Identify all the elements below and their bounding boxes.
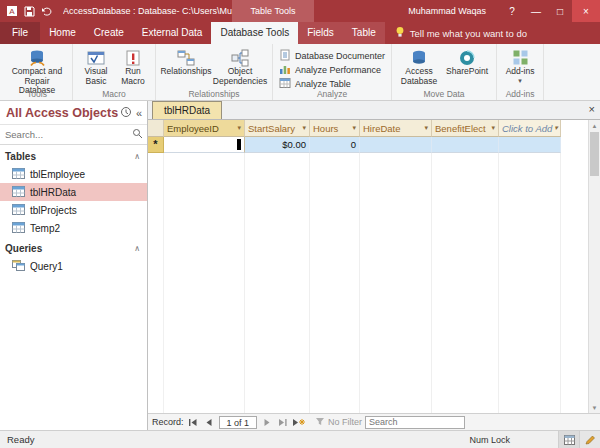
visual-basic-button[interactable]: Visual Basic [77,47,115,86]
datasheet-header-row: EmployeeID ▾ StartSalary ▾ Hours ▾ Hir [148,120,588,137]
cell-startsalary[interactable]: $0.00 [245,137,310,153]
nav-search-input[interactable] [0,129,132,140]
sidebar-item-tblhrdata[interactable]: tblHRData [0,183,147,201]
status-bar: Ready Num Lock [0,430,600,448]
tell-me-label: Tell me what you want to do [410,28,527,39]
sidebar-item-tblprojects[interactable]: tblProjects [0,201,147,219]
sharepoint-icon [458,48,476,67]
ribbon-tab-file[interactable]: File [0,22,40,44]
ribbon-group-analyze: Database Documenter Analyze Performance … [273,44,392,100]
sharepoint-button[interactable]: SharePoint [442,47,492,77]
scroll-down-icon[interactable]: ▼ [589,402,600,413]
filter-status[interactable]: No Filter [315,417,362,428]
ribbon-group-move-data: Access Database SharePoint Move Data [392,44,497,100]
ribbon-tab-fields[interactable]: Fields [298,22,343,44]
sidebar-item-tblemployee[interactable]: tblEmployee [0,165,147,183]
column-header-startsalary[interactable]: StartSalary ▾ [245,120,310,137]
undo-button[interactable] [41,6,53,17]
cell-benefitelect[interactable] [432,137,499,153]
column-dropdown-icon[interactable]: ▾ [350,124,356,132]
ribbon-tab-home[interactable]: Home [40,22,85,44]
relationships-button[interactable]: Relationships [160,47,212,77]
run-macro-icon [124,48,142,67]
analyze-performance-button[interactable]: Analyze Performance [277,63,387,76]
close-tab-icon[interactable]: × [589,104,595,115]
next-record-button[interactable] [260,416,273,429]
column-label: EmployeeID [167,123,219,134]
text-cursor [237,139,241,150]
column-header-hours[interactable]: Hours ▾ [310,120,360,137]
first-record-button[interactable] [187,416,200,429]
ribbon-tab-table[interactable]: Table [343,22,385,44]
minimize-button[interactable]: — [524,0,548,22]
user-name[interactable]: Muhammad Waqas [408,6,486,16]
quick-access-toolbar: A [0,5,59,17]
object-dependencies-button[interactable]: Object Dependencies [212,47,268,86]
column-header-benefitelect[interactable]: BenefitElect ▾ [432,120,499,137]
chevron-up-icon: ∧ [134,244,140,253]
filter-label: No Filter [328,417,362,427]
vertical-scrollbar[interactable]: ▲ ▼ [588,120,600,413]
ribbon-tab-external-data[interactable]: External Data [133,22,212,44]
add-ins-dropdown-icon: ▾ [518,77,522,85]
filter-icon [315,417,325,428]
title-bar: A AccessDatabase : Database- C:\Users\Mu… [0,0,600,22]
section-header-tables[interactable]: Tables ∧ [0,148,147,165]
design-view-button[interactable] [579,431,600,448]
last-record-button[interactable] [276,416,289,429]
queries-section-label: Queries [5,243,42,254]
row-selector-new-record[interactable]: * [148,137,164,153]
tables-section-label: Tables [5,151,36,162]
close-button[interactable]: × [572,0,600,22]
select-all-corner[interactable] [148,120,164,137]
column-dropdown-icon[interactable]: ▾ [489,124,495,132]
column-header-hiredate[interactable]: HireDate ▾ [360,120,432,137]
scroll-up-icon[interactable]: ▲ [589,120,600,131]
add-ins-button[interactable]: Add-ins ▾ [501,47,539,84]
section-header-queries[interactable]: Queries ∧ [0,240,147,257]
sidebar-item-temp2[interactable]: Temp2 [0,219,147,237]
record-search-input[interactable] [365,416,465,429]
cell-click-to-add[interactable] [499,137,561,153]
previous-record-button[interactable] [203,416,216,429]
sharepoint-label: SharePoint [446,67,488,77]
column-header-click-to-add[interactable]: Click to Add ▾ [499,120,561,137]
cell-hours[interactable]: 0 [310,137,360,153]
cell-employeeid-active[interactable] [164,137,245,153]
ribbon-tab-database-tools[interactable]: Database Tools [211,22,298,44]
record-label: Record: [152,417,184,427]
column-header-employeeid[interactable]: EmployeeID ▾ [164,120,245,137]
column-dropdown-icon[interactable]: ▾ [552,124,558,132]
save-button[interactable] [24,6,35,17]
document-tab-tblhrdata[interactable]: tblHRData [152,101,222,119]
column-dropdown-icon[interactable]: ▾ [422,124,428,132]
analyze-performance-label: Analyze Performance [295,65,381,75]
sidebar-item-query1[interactable]: Query1 [0,257,147,275]
item-label: tblEmployee [30,169,85,180]
datasheet-view-button[interactable] [558,431,579,448]
run-macro-button[interactable]: Run Macro [115,47,151,86]
column-dropdown-icon[interactable]: ▾ [235,124,241,132]
datasheet-empty-area [148,153,588,413]
tell-me-box[interactable]: Tell me what you want to do [395,22,527,44]
nav-search-box[interactable] [0,125,147,145]
nav-pane-menu-icon[interactable] [120,106,132,120]
collapse-pane-button[interactable]: « [136,107,142,119]
maximize-button[interactable]: □ [548,0,572,22]
help-button[interactable]: ? [500,0,524,22]
record-position: 1 of 1 [219,416,258,429]
access-database-button[interactable]: Access Database [396,47,442,86]
navigation-pane: All Access Objects « Tables ∧ tblEmploye… [0,101,148,430]
ribbon-tab-create[interactable]: Create [85,22,133,44]
record-search-box[interactable] [365,416,465,429]
column-dropdown-icon[interactable]: ▾ [300,124,306,132]
database-documenter-button[interactable]: Database Documenter [277,49,387,62]
search-icon[interactable] [132,128,143,141]
record-navigation-bar: Record: 1 of 1 No Filter [148,413,600,430]
new-record-button[interactable] [292,416,305,429]
cell-hiredate[interactable] [360,137,432,153]
item-label: Temp2 [30,223,60,234]
scrollbar-thumb[interactable] [590,132,599,176]
visual-basic-icon [87,48,105,67]
column-label: BenefitElect [435,123,486,134]
